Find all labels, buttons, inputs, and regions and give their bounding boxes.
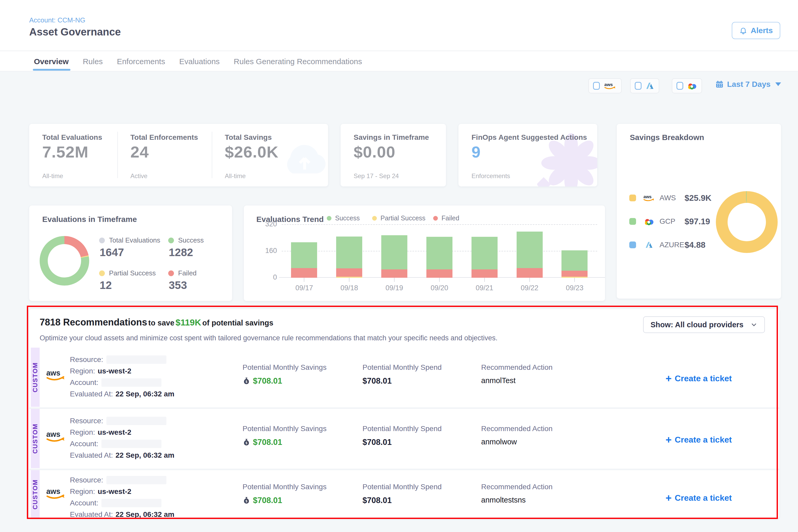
create-ticket-link[interactable]: Create a ticket bbox=[666, 434, 732, 446]
bar-segment-failed bbox=[472, 269, 498, 278]
tab-rules[interactable]: Rules bbox=[83, 57, 103, 66]
stat-value: $0.00 bbox=[354, 142, 395, 161]
date-range-picker[interactable]: Last 7 Days bbox=[715, 80, 781, 89]
tab-rules-generating-recommendations[interactable]: Rules Generating Recommendations bbox=[234, 57, 362, 66]
aws-logo-icon: aws bbox=[45, 429, 67, 444]
divider bbox=[117, 132, 118, 178]
bar-segment-success bbox=[562, 250, 588, 271]
success-dot bbox=[327, 216, 331, 221]
bar-segment-failed bbox=[291, 268, 317, 278]
trend-bar bbox=[426, 237, 453, 278]
create-ticket-link[interactable]: Create a ticket bbox=[666, 373, 732, 384]
evaluations-donut bbox=[40, 236, 89, 286]
x-axis-label: 09/21 bbox=[472, 278, 498, 292]
create-ticket-link[interactable]: Create a ticket bbox=[666, 492, 732, 504]
provider-savings: $25.9K bbox=[685, 193, 711, 203]
partial-success-dot bbox=[372, 216, 377, 221]
bar-segment-failed bbox=[381, 269, 407, 278]
provider-savings: $97.19 bbox=[685, 217, 710, 226]
potential-monthly-spend: Potential Monthly Spend $708.01 bbox=[362, 363, 442, 386]
savings-in-timeframe-card: Savings in Timeframe $0.00 Sep 17 - Sep … bbox=[341, 124, 446, 187]
azure-filter-chip[interactable] bbox=[630, 78, 659, 93]
legend-partial-success: Partial Success bbox=[372, 214, 425, 222]
stat-sublabel: All-time bbox=[42, 172, 63, 180]
aws-color-swatch bbox=[629, 194, 636, 201]
aws-logo-icon: aws bbox=[643, 194, 656, 202]
partial-success-value: 12 bbox=[100, 279, 112, 291]
resource-details: Resource: Region:us-west-2 Account: Eval… bbox=[70, 415, 174, 461]
recommendation-row: CUSTOM aws Resource: Region:us-west-2 Ac… bbox=[29, 348, 779, 407]
legend-failed: Failed bbox=[433, 214, 459, 222]
recommendation-row: CUSTOM aws Resource: Region:us-west-2 Ac… bbox=[29, 470, 779, 518]
failed-dot bbox=[168, 270, 174, 276]
legend-item-total: Total Evaluations bbox=[99, 236, 160, 244]
total-evaluations-value: 1647 bbox=[100, 246, 124, 259]
success-value: 1282 bbox=[169, 246, 193, 259]
x-axis-label: 09/18 bbox=[336, 278, 362, 292]
azure-logo-icon bbox=[645, 81, 654, 91]
svg-text:aws: aws bbox=[604, 82, 613, 87]
recommendation-row: CUSTOM aws Resource: Region:us-west-2 Ac… bbox=[29, 409, 779, 468]
azure-color-swatch bbox=[629, 242, 636, 248]
chevron-down-icon bbox=[775, 82, 781, 86]
potential-monthly-savings: Potential Monthly Savings $ $708.01 bbox=[243, 424, 326, 447]
redacted-resource bbox=[107, 476, 166, 484]
stat-value: 24 bbox=[130, 142, 149, 161]
success-dot bbox=[168, 238, 174, 243]
evaluations-in-timeframe-card: Evaluations in Timeframe Total Evaluatio… bbox=[29, 206, 232, 301]
evaluations-trend-card: Evaluations Trend Success Partial Succes… bbox=[244, 206, 605, 301]
aws-filter-chip[interactable]: aws bbox=[588, 78, 622, 93]
svg-text:aws: aws bbox=[46, 430, 60, 438]
trend-bar bbox=[517, 232, 543, 278]
aws-logo-icon: aws bbox=[604, 81, 617, 90]
bar-segment-success bbox=[426, 237, 453, 269]
total-dot bbox=[99, 238, 105, 243]
svg-text:$: $ bbox=[246, 441, 247, 445]
money-bag-icon: $ bbox=[243, 377, 250, 385]
card-title: Savings Breakdown bbox=[630, 133, 704, 142]
alerts-label: Alerts bbox=[750, 26, 773, 35]
account-breadcrumb[interactable]: Account: CCM-NG bbox=[29, 16, 85, 24]
stat-sublabel: All-time bbox=[225, 172, 246, 180]
gcp-checkbox[interactable] bbox=[677, 82, 683, 90]
donut-hole bbox=[727, 203, 766, 241]
alerts-button[interactable]: Alerts bbox=[732, 22, 780, 39]
cloud-watermark bbox=[276, 139, 328, 179]
tab-overview[interactable]: Overview bbox=[34, 57, 69, 66]
cloud-provider-filter-dropdown[interactable]: Show: All cloud providers bbox=[643, 316, 765, 333]
azure-checkbox[interactable] bbox=[635, 82, 642, 90]
gcp-filter-chip[interactable] bbox=[672, 78, 702, 93]
stat-label: Total Enforcements bbox=[130, 133, 198, 141]
gcp-color-swatch bbox=[629, 218, 636, 225]
svg-text:aws: aws bbox=[46, 369, 60, 377]
tabbar-divider bbox=[0, 71, 798, 72]
bar-segment-success bbox=[517, 232, 543, 268]
recommendations-title: 7818 Recommendations to save $119K of po… bbox=[40, 317, 273, 328]
tab-evaluations[interactable]: Evaluations bbox=[179, 57, 220, 66]
custom-tag: CUSTOM bbox=[31, 470, 40, 518]
x-axis-label: 09/17 bbox=[291, 278, 317, 292]
aws-checkbox[interactable] bbox=[593, 82, 600, 90]
potential-monthly-savings: Potential Monthly Savings $ $708.01 bbox=[243, 483, 326, 505]
redacted-resource bbox=[107, 417, 166, 425]
azure-logo-icon bbox=[645, 241, 653, 249]
x-axis-label: 09/23 bbox=[562, 278, 588, 292]
svg-text:aws: aws bbox=[643, 194, 651, 199]
savings-amount: $119K bbox=[175, 317, 201, 327]
recommended-action: Recommended Action anmolwow bbox=[481, 424, 553, 446]
redacted-account bbox=[101, 499, 162, 507]
recommended-action: Recommended Action anmoltestsns bbox=[481, 483, 553, 505]
x-axis-labels: 09/1709/1809/1909/2009/2109/2209/23 bbox=[282, 278, 597, 292]
tab-enforcements[interactable]: Enforcements bbox=[117, 57, 165, 66]
failed-dot bbox=[433, 216, 438, 221]
provider-name: AZURE bbox=[660, 241, 685, 249]
redacted-account bbox=[101, 378, 162, 387]
plus-icon bbox=[666, 492, 671, 504]
gcp-logo-icon bbox=[687, 82, 697, 90]
custom-tag: CUSTOM bbox=[31, 348, 40, 407]
tab-bar: Overview Rules Enforcements Evaluations … bbox=[34, 54, 362, 69]
bar-segment-failed bbox=[517, 268, 543, 278]
stat-label: FinOps Agent Suggested Actions bbox=[472, 133, 587, 141]
date-range-label: Last 7 Days bbox=[727, 80, 771, 89]
divider bbox=[212, 132, 212, 178]
